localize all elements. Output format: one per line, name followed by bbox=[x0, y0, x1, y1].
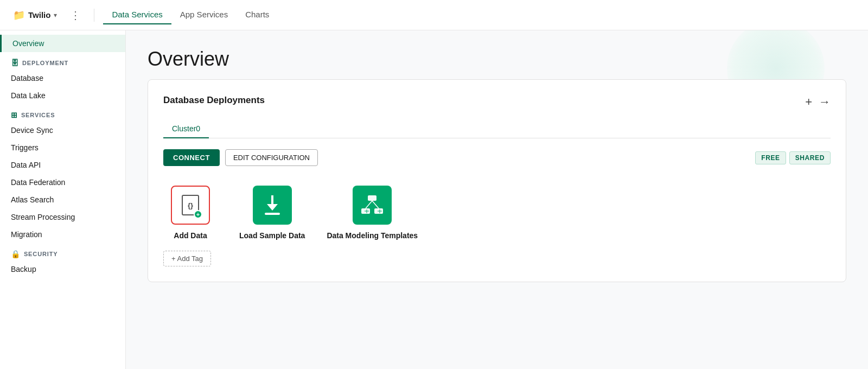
download-icon bbox=[253, 186, 292, 225]
download-arrow-icon bbox=[263, 195, 282, 215]
sidebar-item-device-sync[interactable]: Device Sync bbox=[0, 122, 125, 139]
tab-data-services[interactable]: Data Services bbox=[103, 5, 171, 24]
backup-label: Backup bbox=[11, 265, 36, 273]
sidebar-section-security: 🔒 SECURITY bbox=[0, 243, 125, 260]
sidebar-item-data-federation[interactable]: Data Federation bbox=[0, 174, 125, 191]
data-lake-label: Data Lake bbox=[11, 91, 46, 100]
triggers-label: Triggers bbox=[11, 143, 39, 152]
services-icon: ⊞ bbox=[11, 111, 18, 119]
page-header: Overview bbox=[126, 30, 868, 79]
deployment-icon: 🗄 bbox=[11, 59, 19, 67]
chevron-down-icon: ▾ bbox=[54, 11, 57, 19]
shared-badge: SHARED bbox=[789, 151, 831, 164]
cluster-tabs: Cluster0 bbox=[163, 120, 831, 138]
nav-tabs: Data Services App Services Charts bbox=[103, 5, 278, 24]
sidebar-section-deployment: 🗄 DEPLOYMENT bbox=[0, 52, 125, 69]
content-area: Database Deployments + → Cluster0 CONNEC… bbox=[126, 79, 868, 308]
data-modeling-label: Data Modeling Templates bbox=[327, 231, 418, 240]
device-sync-label: Device Sync bbox=[11, 126, 53, 135]
sidebar-item-migration[interactable]: Migration bbox=[0, 226, 125, 243]
arrow-button[interactable]: → bbox=[819, 95, 831, 109]
add-data-label: Add Data bbox=[174, 231, 207, 240]
sidebar-item-atlas-search[interactable]: Atlas Search bbox=[0, 191, 125, 208]
load-sample-icon-wrap bbox=[253, 186, 292, 225]
sidebar-item-overview[interactable]: Overview bbox=[0, 35, 125, 52]
arrow-stem bbox=[271, 195, 273, 204]
tab-app-services[interactable]: App Services bbox=[171, 5, 237, 24]
bg-decoration bbox=[727, 30, 825, 79]
services-label: SERVICES bbox=[21, 112, 55, 118]
atlas-search-label: Atlas Search bbox=[11, 195, 54, 204]
free-badge: FREE bbox=[755, 151, 786, 164]
overview-label: Overview bbox=[12, 39, 44, 48]
svg-line-4 bbox=[372, 201, 379, 208]
card-header: Database Deployments + → bbox=[163, 95, 831, 109]
data-api-label: Data API bbox=[11, 161, 41, 169]
edit-config-button[interactable]: EDIT CONFIGURATION bbox=[225, 149, 318, 166]
add-tag-button[interactable]: + Add Tag bbox=[163, 251, 211, 266]
main-content: Overview Database Deployments + → Cluste… bbox=[126, 30, 868, 369]
sidebar-item-backup[interactable]: Backup bbox=[0, 260, 125, 278]
svg-line-3 bbox=[366, 201, 372, 208]
tile-data-modeling[interactable]: Data Modeling Templates bbox=[327, 186, 418, 240]
sidebar-item-data-api[interactable]: Data API bbox=[0, 156, 125, 174]
sidebar-item-stream-processing[interactable]: Stream Processing bbox=[0, 208, 125, 226]
sidebar-section-services: ⊞ SERVICES bbox=[0, 104, 125, 122]
security-label: SECURITY bbox=[24, 251, 58, 257]
modeling-svg bbox=[360, 194, 384, 216]
tile-load-sample[interactable]: Load Sample Data bbox=[239, 186, 305, 240]
card-title-text: Database Deployments bbox=[163, 95, 265, 106]
tab-cluster0[interactable]: Cluster0 bbox=[163, 120, 209, 138]
sidebar-item-data-lake[interactable]: Data Lake bbox=[0, 87, 125, 104]
brand-menu[interactable]: 📁 Twilio ▾ bbox=[9, 7, 61, 23]
add-data-icon-wrap: {} + bbox=[171, 186, 210, 225]
folder-icon: 📁 bbox=[13, 9, 25, 21]
deployment-label: DEPLOYMENT bbox=[22, 60, 68, 66]
database-label: Database bbox=[11, 74, 43, 82]
data-federation-label: Data Federation bbox=[11, 178, 65, 187]
badges-group: FREE SHARED bbox=[755, 151, 831, 164]
sidebar-item-triggers[interactable]: Triggers bbox=[0, 139, 125, 156]
add-deployment-button[interactable]: + bbox=[805, 95, 812, 109]
tab-charts[interactable]: Charts bbox=[237, 5, 278, 24]
tile-grid: {} + Add Data bbox=[163, 179, 831, 246]
plus-circle-icon: + bbox=[194, 210, 202, 219]
load-sample-label: Load Sample Data bbox=[239, 231, 305, 240]
tile-add-data[interactable]: {} + Add Data bbox=[163, 186, 218, 240]
deployments-card: Database Deployments + → Cluster0 CONNEC… bbox=[148, 79, 846, 282]
migration-label: Migration bbox=[11, 230, 42, 239]
add-data-icon: {} + bbox=[172, 187, 209, 224]
dots-menu-icon[interactable]: ⋮ bbox=[66, 7, 85, 24]
doc-icon: {} + bbox=[182, 195, 199, 215]
card-actions: + → bbox=[805, 95, 831, 109]
svg-rect-0 bbox=[368, 195, 376, 201]
data-modeling-icon-wrap bbox=[353, 186, 392, 225]
top-nav: 📁 Twilio ▾ ⋮ Data Services App Services … bbox=[0, 0, 868, 30]
layout: Overview 🗄 DEPLOYMENT Database Data Lake… bbox=[0, 30, 868, 369]
brand-name: Twilio bbox=[28, 10, 50, 20]
sidebar-item-database[interactable]: Database bbox=[0, 69, 125, 87]
arrow-head bbox=[267, 204, 278, 211]
sidebar: Overview 🗄 DEPLOYMENT Database Data Lake… bbox=[0, 30, 126, 369]
connect-button[interactable]: CONNECT bbox=[163, 149, 220, 166]
stream-processing-label: Stream Processing bbox=[11, 213, 75, 221]
nav-divider bbox=[94, 9, 94, 22]
arrow-base bbox=[265, 213, 280, 215]
modeling-icon bbox=[353, 186, 392, 225]
action-button-group: CONNECT EDIT CONFIGURATION FREE SHARED bbox=[163, 149, 831, 166]
security-icon: 🔒 bbox=[11, 250, 21, 258]
